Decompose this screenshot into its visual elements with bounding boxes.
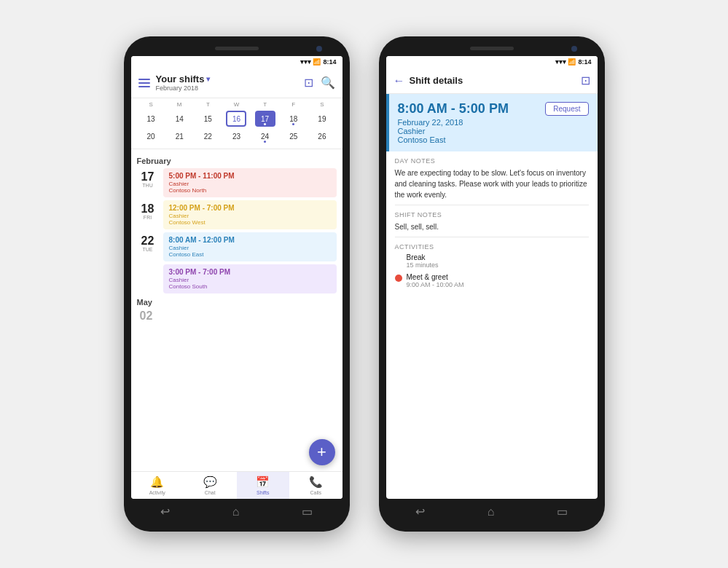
bottom-nav-left: 🔔 Activity 💬 Chat 📅 Shifts 📞 Calls bbox=[131, 471, 343, 499]
request-button[interactable]: Request bbox=[545, 102, 588, 116]
status-bar-left: ▾▾▾ 📶 8:14 bbox=[131, 56, 343, 68]
speaker-left bbox=[215, 47, 259, 50]
detail-request-row: 8:00 AM - 5:00 PM Request bbox=[398, 101, 589, 117]
schedule-icon[interactable]: ⊡ bbox=[304, 76, 313, 90]
detail-header-icon[interactable]: ⊡ bbox=[581, 74, 590, 87]
nav-label-calls: Calls bbox=[310, 490, 321, 495]
camera-right bbox=[571, 46, 577, 52]
header-actions-left: ⊡ 🔍 bbox=[304, 76, 335, 90]
shift-row-22tue-purple[interactable]: 22 3:00 PM - 7:00 PM Cashier Contoso Sou… bbox=[137, 264, 337, 293]
cal-day-13[interactable]: 13 bbox=[141, 111, 161, 127]
left-phone: ▾▾▾ 📶 8:14 Your shifts ▾ February 2018 ⊡ bbox=[124, 36, 350, 532]
nav-item-activity[interactable]: 🔔 Activity bbox=[131, 472, 184, 499]
detail-location: Contoso East bbox=[398, 135, 589, 144]
phone-top-bar-left bbox=[130, 47, 344, 50]
section-label-activities: Activities bbox=[395, 243, 589, 251]
shift-card-18[interactable]: 12:00 PM - 7:00 PM Cashier Contoso West bbox=[163, 200, 337, 229]
speaker-right bbox=[470, 47, 514, 50]
back-btn-left[interactable]: ↩ bbox=[160, 505, 170, 518]
shift-card-22-blue[interactable]: 8:00 AM - 12:00 PM Cashier Contoso East bbox=[163, 232, 337, 261]
cal-day-19[interactable]: 19 bbox=[312, 111, 332, 127]
time-left: 8:14 bbox=[323, 58, 336, 66]
detail-date: February 22, 2018 bbox=[398, 118, 589, 127]
cal-day-22[interactable]: 22 bbox=[197, 128, 218, 144]
time-right: 8:14 bbox=[578, 58, 591, 66]
back-btn-right[interactable]: ↩ bbox=[415, 505, 425, 518]
shift-date-22: 22 TUE bbox=[137, 232, 159, 261]
calendar-week-2: 20 21 22 23 24 25 26 bbox=[137, 128, 337, 144]
activity-sub-meetgreet: 9:00 AM - 10:00 AM bbox=[407, 281, 464, 288]
add-shift-fab[interactable]: + bbox=[309, 439, 335, 465]
header-title-group: Your shifts ▾ February 2018 bbox=[156, 74, 211, 92]
section-text-daynotes: We are expecting today to be slow. Let's… bbox=[395, 167, 589, 200]
cal-day-20[interactable]: 20 bbox=[141, 128, 161, 144]
cal-day-16[interactable]: 16 bbox=[226, 111, 246, 127]
activity-icon: 🔔 bbox=[150, 476, 164, 489]
nav-item-shifts[interactable]: 📅 Shifts bbox=[237, 472, 290, 499]
hamburger-icon[interactable] bbox=[138, 79, 150, 87]
calendar-week-1: 13 14 15 16 17 18 19 bbox=[137, 111, 337, 127]
back-arrow[interactable]: ← bbox=[394, 74, 405, 87]
shift-date-17: 17 THU bbox=[137, 168, 159, 197]
activity-break: Break 15 minutes bbox=[395, 253, 589, 269]
calendar-day-labels: S M T W T F S bbox=[137, 101, 337, 108]
phone-bottom-right: ↩ ⌂ ▭ bbox=[385, 499, 599, 521]
nav-item-chat[interactable]: 💬 Chat bbox=[184, 472, 237, 499]
shift-date-22b: 22 bbox=[137, 264, 159, 293]
cal-day-26[interactable]: 26 bbox=[312, 128, 332, 144]
activity-name-meetgreet: Meet & greet bbox=[407, 273, 464, 281]
nav-item-calls[interactable]: 📞 Calls bbox=[289, 472, 343, 499]
shift-row-17thu[interactable]: 17 THU 5:00 PM - 11:00 PM Cashier Contos… bbox=[137, 168, 337, 197]
cal-day-21[interactable]: 21 bbox=[169, 128, 189, 144]
nav-label-shifts: Shifts bbox=[257, 490, 270, 495]
camera-left bbox=[316, 46, 322, 52]
cal-day-24[interactable]: 24 bbox=[255, 128, 275, 144]
left-screen: ▾▾▾ 📶 8:14 Your shifts ▾ February 2018 ⊡ bbox=[131, 56, 343, 499]
section-text-shiftnotes: Sell, sell, sell. bbox=[395, 221, 589, 232]
header-subtitle-left: February 2018 bbox=[156, 84, 211, 92]
detail-hero: 8:00 AM - 5:00 PM Request February 22, 2… bbox=[386, 94, 598, 151]
detail-body: Day Notes We are expecting today to be s… bbox=[386, 151, 598, 499]
activity-info-meetgreet: Meet & greet 9:00 AM - 10:00 AM bbox=[407, 273, 464, 288]
month-label-may: May bbox=[137, 298, 337, 307]
cal-day-14[interactable]: 14 bbox=[169, 111, 189, 127]
recents-btn-left[interactable]: ▭ bbox=[302, 505, 313, 518]
cal-day-25[interactable]: 25 bbox=[283, 128, 304, 144]
shift-date-18: 18 FRI bbox=[137, 200, 159, 229]
home-btn-right[interactable]: ⌂ bbox=[488, 505, 495, 518]
section-label-shiftnotes: Shift Notes bbox=[395, 211, 589, 218]
detail-time: 8:00 AM - 5:00 PM bbox=[398, 101, 509, 117]
shifts-icon: 📅 bbox=[256, 476, 270, 489]
detail-header-left: ← Shift details bbox=[394, 74, 463, 87]
shift-row-22tue-blue[interactable]: 22 TUE 8:00 AM - 12:00 PM Cashier Contos… bbox=[137, 232, 337, 261]
phone-top-bar-right bbox=[385, 47, 599, 50]
header-title-left: Your shifts ▾ bbox=[156, 74, 211, 84]
shift-card-17[interactable]: 5:00 PM - 11:00 PM Cashier Contoso North bbox=[163, 168, 337, 197]
shift-row-18fri[interactable]: 18 FRI 12:00 PM - 7:00 PM Cashier Contos… bbox=[137, 200, 337, 229]
section-label-daynotes: Day Notes bbox=[395, 157, 589, 165]
activity-info-break: Break 15 minutes bbox=[407, 253, 439, 269]
cal-day-17[interactable]: 17 bbox=[255, 111, 275, 127]
signal-icons-right: ▾▾▾ 📶 bbox=[555, 58, 576, 66]
header-left-group: Your shifts ▾ February 2018 bbox=[138, 74, 211, 92]
detail-title: Shift details bbox=[410, 75, 463, 86]
cal-day-18[interactable]: 18 bbox=[283, 111, 304, 127]
shift-card-22-purple[interactable]: 3:00 PM - 7:00 PM Cashier Contoso South bbox=[163, 264, 337, 293]
calls-icon: 📞 bbox=[309, 476, 323, 489]
cal-day-23[interactable]: 23 bbox=[226, 128, 246, 144]
cal-day-15[interactable]: 15 bbox=[197, 111, 218, 127]
app-header-left: Your shifts ▾ February 2018 ⊡ 🔍 bbox=[131, 68, 343, 98]
signal-icons-left: ▾▾▾ 📶 bbox=[300, 58, 321, 66]
home-btn-left[interactable]: ⌂ bbox=[232, 505, 240, 518]
phone-bottom-left: ↩ ⌂ ▭ bbox=[130, 499, 344, 521]
activity-meetgreet: Meet & greet 9:00 AM - 10:00 AM bbox=[395, 273, 589, 288]
recents-btn-right[interactable]: ▭ bbox=[557, 505, 568, 518]
detail-role: Cashier bbox=[398, 127, 589, 135]
detail-header: ← Shift details ⊡ bbox=[386, 68, 598, 94]
may-partial: 02 bbox=[137, 309, 337, 323]
activity-name-break: Break bbox=[407, 253, 439, 261]
activity-sub-break: 15 minutes bbox=[407, 261, 439, 269]
calendar: S M T W T F S 13 14 15 16 17 18 19 20 bbox=[131, 98, 343, 149]
right-screen: ▾▾▾ 📶 8:14 ← Shift details ⊡ 8:00 AM - 5… bbox=[386, 56, 598, 499]
search-icon[interactable]: 🔍 bbox=[321, 76, 335, 90]
